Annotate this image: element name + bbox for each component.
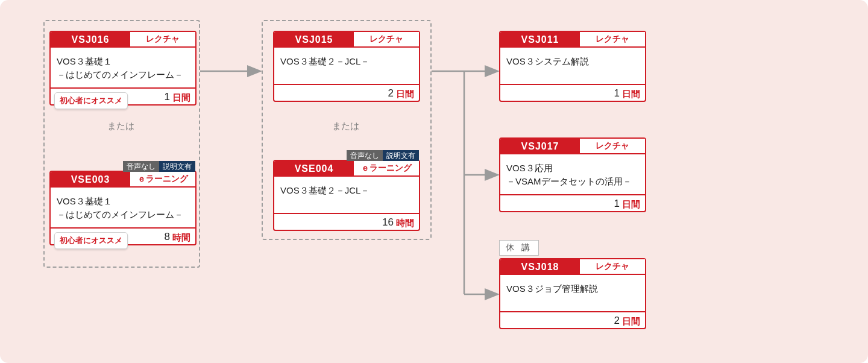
- card-vsj011[interactable]: VSJ011 レクチャ VOS３システム解説 1 日間: [499, 31, 646, 102]
- card-foot: 初心者にオススメ 1 日間: [51, 87, 195, 104]
- audio-badge: 音声なし 説明文有: [347, 150, 419, 161]
- card-code: VSE003: [51, 172, 130, 188]
- card-title: VOS３応用 －VSAMデータセットの活用－: [500, 154, 645, 194]
- card-vse003[interactable]: 音声なし 説明文有 VSE003 ｅラーニング VOS３基礎１ －はじめてのメイ…: [49, 171, 197, 245]
- audio-badge: 音声なし 説明文有: [123, 161, 195, 172]
- card-vse004[interactable]: 音声なし 説明文有 VSE004 ｅラーニング VOS３基礎２－JCL－ 16 …: [273, 160, 420, 231]
- card-code: VSJ011: [500, 32, 580, 48]
- duration-number: 8: [165, 232, 170, 242]
- duration-number: 2: [388, 88, 394, 98]
- card-code: VSJ017: [500, 139, 580, 154]
- card-vsj018[interactable]: VSJ018 レクチャ VOS３ジョブ管理解説 2 日間: [499, 258, 646, 329]
- or-label-a: または: [107, 121, 134, 132]
- card-foot: 2 日間: [274, 84, 419, 101]
- card-vsj016[interactable]: VSJ016 レクチャ VOS３基礎１ －はじめてのメインフレーム－ 初心者にオ…: [49, 31, 197, 106]
- or-label-b: または: [332, 121, 359, 132]
- duration-number: 2: [614, 315, 620, 326]
- card-title: VOS３基礎２－JCL－: [274, 177, 419, 213]
- course-flow-diagram: または または VSJ016 レクチャ VOS３基礎１ －はじめてのメインフレー…: [0, 0, 868, 363]
- duration-unit: 日間: [172, 93, 190, 102]
- card-title: VOS３基礎１ －はじめてのメインフレーム－: [51, 188, 195, 227]
- card-foot: 2 日間: [500, 311, 645, 328]
- card-vsj015[interactable]: VSJ015 レクチャ VOS３基礎２－JCL－ 2 日間: [273, 31, 420, 102]
- card-type: レクチャ: [580, 32, 645, 48]
- card-type: レクチャ: [354, 32, 419, 48]
- card-code: VSE004: [274, 161, 354, 177]
- card-title: VOS３基礎２－JCL－: [274, 48, 419, 84]
- card-code: VSJ018: [500, 259, 580, 275]
- card-type: ｅラーニング: [354, 161, 419, 177]
- card-type: ｅラーニング: [130, 172, 195, 188]
- card-title: VOS３基礎１ －はじめてのメインフレーム－: [51, 48, 195, 87]
- duration-unit: 日間: [622, 317, 640, 326]
- duration-unit: 日間: [622, 89, 640, 98]
- card-foot: 16 時間: [274, 213, 419, 230]
- duration-number: 16: [382, 217, 394, 227]
- card-foot: 1 日間: [500, 84, 645, 101]
- duration-unit: 日間: [622, 200, 640, 209]
- card-title: VOS３ジョブ管理解説: [500, 275, 645, 311]
- duration-unit: 時間: [172, 233, 190, 242]
- card-foot: 1 日間: [500, 194, 645, 211]
- card-type: レクチャ: [580, 139, 645, 154]
- beginner-badge: 初心者にオススメ: [54, 232, 128, 249]
- duration-unit: 時間: [396, 218, 414, 227]
- duration-number: 1: [165, 92, 170, 102]
- duration-number: 1: [614, 198, 620, 209]
- card-foot: 初心者にオススメ 8 時間: [51, 227, 195, 244]
- card-type: レクチャ: [130, 32, 195, 48]
- beginner-badge: 初心者にオススメ: [54, 92, 128, 109]
- card-code: VSJ015: [274, 32, 354, 48]
- duration-number: 1: [614, 88, 620, 98]
- status-suspended-tag: 休 講: [499, 240, 539, 256]
- card-code: VSJ016: [51, 32, 130, 48]
- card-title: VOS３システム解説: [500, 48, 645, 84]
- card-vsj017[interactable]: VSJ017 レクチャ VOS３応用 －VSAMデータセットの活用－ 1 日間: [499, 137, 646, 212]
- duration-unit: 日間: [396, 89, 414, 98]
- card-type: レクチャ: [580, 259, 645, 275]
